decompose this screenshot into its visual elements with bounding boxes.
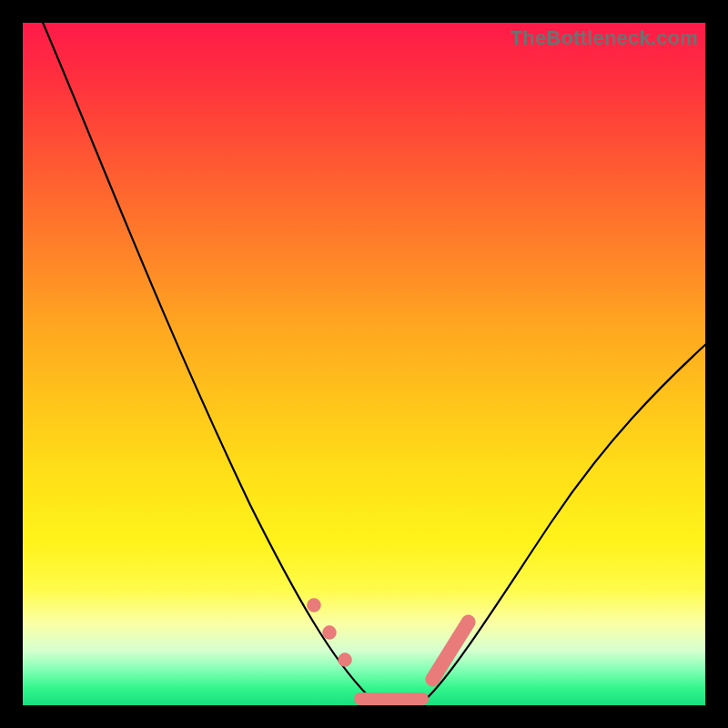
curve-right-branch xyxy=(423,343,707,702)
marker-dot-3 xyxy=(339,653,352,667)
bottleneck-curve-svg xyxy=(23,23,705,705)
curve-left-branch xyxy=(41,18,369,696)
marker-plateau-segment xyxy=(354,693,429,705)
svg-rect-0 xyxy=(422,612,478,690)
marker-dot-1 xyxy=(308,599,321,612)
marker-dot-2 xyxy=(323,626,337,640)
marker-right-segment xyxy=(422,612,478,690)
plot-area: TheBottleneck.com xyxy=(23,23,705,705)
chart-frame: TheBottleneck.com xyxy=(0,0,728,728)
